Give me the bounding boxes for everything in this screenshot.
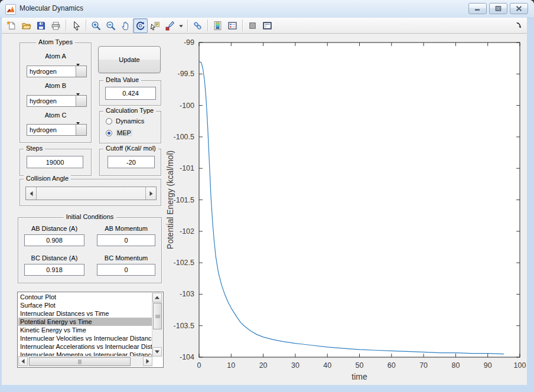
y-tick-label: -104 [180, 353, 194, 361]
x-tick-label: 40 [323, 361, 331, 370]
application-window: Molecular Dynamics Atom Types Atom A hyd… [0, 0, 534, 392]
open-file-icon[interactable] [19, 18, 34, 33]
new-figure-icon[interactable] [4, 18, 19, 33]
ab-momentum-field[interactable] [97, 234, 155, 246]
save-figure-icon[interactable] [34, 18, 48, 33]
toolbar-separator [242, 19, 243, 31]
x-tick-label: 10 [227, 361, 235, 370]
plot-type-listbox[interactable]: Contour PlotSurface PlotInternuclear Dis… [17, 292, 164, 368]
x-tick-label: 90 [484, 361, 492, 370]
toolbar-separator [66, 19, 66, 31]
brush-icon[interactable] [162, 18, 177, 33]
y-tick-label: -103.5 [174, 322, 194, 330]
minimize-button[interactable] [468, 3, 487, 14]
toolbar-separator [187, 19, 188, 31]
panel-title: Steps [24, 145, 45, 152]
list-item[interactable]: Internuclear Accelerations vs Internucle… [18, 342, 152, 351]
slider-left-arrow[interactable] [26, 187, 37, 200]
list-item[interactable]: Kinetic Energy vs Time [18, 326, 152, 334]
cutoff-panel: Cutoff (Kcal/ mol) [99, 149, 161, 176]
figure-client-area: Atom Types Atom A hydrogen Atom B hydrog… [2, 34, 527, 385]
listbox-vertical-scrollbar[interactable] [152, 293, 162, 357]
scrollbar-thumb[interactable] [29, 357, 131, 366]
dropdown-arrow-icon[interactable] [76, 125, 86, 135]
dropdown-arrow-icon[interactable] [76, 96, 86, 106]
scroll-down-button[interactable] [152, 347, 162, 357]
radio-dynamics[interactable]: Dynamics [106, 117, 144, 125]
zoom-out-icon[interactable] [103, 18, 118, 33]
x-tick-label: 50 [356, 361, 364, 370]
panel-title: Calculation Type [103, 107, 156, 114]
list-item[interactable]: Contour Plot [18, 293, 152, 301]
zoom-in-icon[interactable] [89, 18, 103, 33]
list-item[interactable]: Surface Plot [18, 301, 152, 309]
steps-field[interactable] [27, 156, 83, 168]
radio-icon[interactable] [106, 118, 112, 125]
x-tick-label: 20 [259, 361, 268, 370]
print-figure-icon[interactable] [48, 18, 63, 33]
panel-title: Atom Types [36, 38, 75, 45]
slider-right-arrow[interactable] [145, 187, 156, 200]
title-bar[interactable]: Molecular Dynamics [0, 0, 534, 18]
insert-legend-icon[interactable] [225, 18, 240, 33]
restore-button[interactable] [489, 3, 507, 14]
panel-title: Initial Conditions [64, 213, 116, 220]
atom-b-value: hydrogen [30, 97, 57, 104]
x-tick-label: 80 [451, 361, 460, 370]
radio-icon[interactable] [106, 130, 112, 136]
slider-thumb[interactable] [37, 187, 145, 200]
rotate-3d-icon[interactable] [133, 18, 148, 33]
close-button[interactable] [510, 3, 528, 14]
list-item[interactable]: Potential Energy vs Time [18, 318, 152, 326]
scroll-right-button[interactable] [143, 357, 152, 366]
list-item[interactable]: Internuclear Distances vs Time [18, 309, 152, 318]
pan-icon[interactable] [118, 18, 133, 33]
scroll-left-button[interactable] [18, 357, 28, 366]
edit-cursor-icon[interactable] [69, 18, 83, 33]
listbox-horizontal-scrollbar[interactable] [18, 356, 152, 367]
scroll-up-button[interactable] [152, 293, 162, 302]
collision-angle-slider[interactable] [25, 187, 157, 200]
dock-figure-icon[interactable] [513, 19, 524, 30]
show-plot-tools-icon[interactable] [260, 18, 275, 33]
y-tick-label: -101 [180, 164, 194, 172]
dropdown-arrow-icon[interactable] [76, 66, 86, 77]
radio-label: Dynamics [116, 117, 144, 125]
y-tick-label: -100.5 [174, 133, 194, 141]
bc-momentum-field[interactable] [97, 264, 155, 276]
x-tick-label: 100 [514, 361, 526, 370]
data-cursor-icon[interactable] [148, 18, 162, 33]
toolbar-separator [86, 19, 86, 31]
link-plot-icon[interactable] [190, 18, 205, 33]
radio-mep[interactable]: MEP [106, 129, 132, 136]
insert-colorbar-icon[interactable] [210, 18, 225, 33]
delta-value-panel: Delta Value [99, 80, 161, 106]
atom-b-dropdown[interactable]: hydrogen [27, 95, 87, 107]
update-button[interactable]: Update [98, 46, 161, 73]
hide-plot-tools-icon[interactable] [245, 18, 260, 33]
cutoff-field[interactable] [108, 156, 155, 168]
atom-c-dropdown[interactable]: hydrogen [27, 124, 87, 136]
toolbar-separator [207, 19, 208, 31]
brush-dropdown-icon[interactable] [177, 18, 185, 33]
potential-energy-plot[interactable]: 0102030405060708090100-99-99.5-100-100.5… [165, 34, 527, 384]
bc-distance-field[interactable] [24, 264, 84, 276]
x-tick-label: 60 [388, 361, 396, 370]
bc-distance-label: BC Distance (A) [24, 254, 84, 262]
window-title: Molecular Dynamics [19, 4, 83, 12]
atom-types-panel: Atom Types Atom A hydrogen Atom B hydrog… [19, 43, 92, 143]
matlab-logo-icon [5, 4, 16, 15]
ab-distance-field[interactable] [24, 234, 84, 246]
x-tick-label: 0 [197, 361, 201, 370]
collision-angle-panel: Collision Angle [19, 179, 161, 206]
list-item[interactable]: Internuclear Velocities vs Internuclear … [18, 334, 152, 342]
plot-area[interactable] [199, 43, 520, 357]
atom-a-dropdown[interactable]: hydrogen [27, 66, 87, 77]
atom-c-label: Atom C [20, 112, 91, 119]
delta-value-field[interactable] [105, 87, 156, 100]
y-tick-label: -100 [180, 102, 194, 110]
calculation-type-panel: Calculation Type Dynamics MEP [99, 111, 161, 143]
scrollbar-thumb[interactable] [153, 303, 162, 329]
atom-a-label: Atom A [20, 53, 91, 60]
panel-title: Cutoff (Kcal/ mol) [103, 145, 158, 152]
